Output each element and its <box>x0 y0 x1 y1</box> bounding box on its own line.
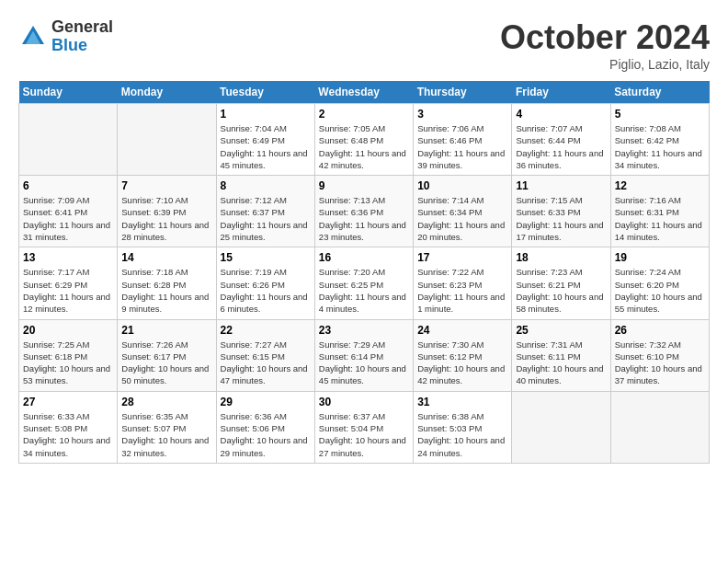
month-title: October 2024 <box>500 18 710 57</box>
calendar-cell: 29Sunrise: 6:36 AMSunset: 5:06 PMDayligh… <box>216 391 314 463</box>
day-info: Sunrise: 7:23 AMSunset: 6:21 PMDaylight:… <box>516 266 606 315</box>
day-number: 19 <box>615 251 705 264</box>
calendar-cell <box>19 104 118 176</box>
day-number: 7 <box>121 179 211 192</box>
day-info: Sunrise: 7:08 AMSunset: 6:42 PMDaylight:… <box>615 122 705 171</box>
day-number: 21 <box>121 324 211 337</box>
calendar-cell: 1Sunrise: 7:04 AMSunset: 6:49 PMDaylight… <box>216 104 314 176</box>
day-number: 13 <box>23 251 113 264</box>
day-number: 17 <box>417 251 507 264</box>
calendar-cell: 11Sunrise: 7:15 AMSunset: 6:33 PMDayligh… <box>512 176 610 247</box>
day-number: 23 <box>319 324 409 337</box>
calendar-cell: 24Sunrise: 7:30 AMSunset: 6:12 PMDayligh… <box>414 319 512 391</box>
calendar-cell: 31Sunrise: 6:38 AMSunset: 5:03 PMDayligh… <box>414 391 512 463</box>
day-info: Sunrise: 7:16 AMSunset: 6:31 PMDaylight:… <box>615 194 705 243</box>
day-info: Sunrise: 7:13 AMSunset: 6:36 PMDaylight:… <box>319 194 409 243</box>
day-number: 30 <box>319 396 409 408</box>
day-number: 27 <box>23 396 113 408</box>
calendar-week-row: 13Sunrise: 7:17 AMSunset: 6:29 PMDayligh… <box>19 247 710 319</box>
weekday-header: Monday <box>118 81 216 104</box>
calendar-cell: 30Sunrise: 6:37 AMSunset: 5:04 PMDayligh… <box>314 391 413 463</box>
logo-blue-text: Blue <box>51 36 87 54</box>
weekday-header: Sunday <box>19 81 118 104</box>
calendar-cell: 12Sunrise: 7:16 AMSunset: 6:31 PMDayligh… <box>610 176 709 247</box>
logo-general-text: General <box>51 17 113 36</box>
day-info: Sunrise: 7:10 AMSunset: 6:39 PMDaylight:… <box>121 194 211 243</box>
day-info: Sunrise: 6:37 AMSunset: 5:04 PMDaylight:… <box>319 410 409 459</box>
day-info: Sunrise: 7:29 AMSunset: 6:14 PMDaylight:… <box>319 339 409 387</box>
calendar-cell: 20Sunrise: 7:25 AMSunset: 6:18 PMDayligh… <box>19 319 118 391</box>
calendar-cell: 9Sunrise: 7:13 AMSunset: 6:36 PMDaylight… <box>314 176 413 247</box>
calendar-week-row: 1Sunrise: 7:04 AMSunset: 6:49 PMDaylight… <box>19 104 710 176</box>
calendar-cell: 17Sunrise: 7:22 AMSunset: 6:23 PMDayligh… <box>414 247 512 319</box>
weekday-header: Saturday <box>610 81 709 104</box>
calendar-cell: 15Sunrise: 7:19 AMSunset: 6:26 PMDayligh… <box>216 247 314 319</box>
calendar-cell: 22Sunrise: 7:27 AMSunset: 6:15 PMDayligh… <box>216 319 314 391</box>
day-number: 24 <box>417 324 507 337</box>
day-info: Sunrise: 7:07 AMSunset: 6:44 PMDaylight:… <box>516 122 606 171</box>
calendar-cell: 23Sunrise: 7:29 AMSunset: 6:14 PMDayligh… <box>314 319 413 391</box>
day-info: Sunrise: 7:30 AMSunset: 6:12 PMDaylight:… <box>417 339 507 387</box>
day-info: Sunrise: 7:24 AMSunset: 6:20 PMDaylight:… <box>615 266 705 315</box>
day-number: 8 <box>221 179 311 192</box>
day-number: 2 <box>319 108 409 121</box>
day-info: Sunrise: 7:19 AMSunset: 6:26 PMDaylight:… <box>221 266 311 315</box>
day-number: 25 <box>516 324 606 337</box>
day-number: 9 <box>319 179 409 192</box>
day-info: Sunrise: 7:26 AMSunset: 6:17 PMDaylight:… <box>121 339 211 387</box>
day-info: Sunrise: 6:33 AMSunset: 5:08 PMDaylight:… <box>23 410 113 459</box>
calendar-cell: 14Sunrise: 7:18 AMSunset: 6:28 PMDayligh… <box>118 247 216 319</box>
calendar-cell: 3Sunrise: 7:06 AMSunset: 6:46 PMDaylight… <box>414 104 512 176</box>
day-number: 16 <box>319 251 409 264</box>
calendar-cell: 28Sunrise: 6:35 AMSunset: 5:07 PMDayligh… <box>118 391 216 463</box>
title-block: October 2024 Piglio, Lazio, Italy <box>500 18 710 72</box>
day-info: Sunrise: 6:36 AMSunset: 5:06 PMDaylight:… <box>221 410 311 459</box>
logo-icon <box>18 22 48 52</box>
calendar-cell <box>118 104 216 176</box>
weekday-header-row: SundayMondayTuesdayWednesdayThursdayFrid… <box>19 81 710 104</box>
calendar-cell: 16Sunrise: 7:20 AMSunset: 6:25 PMDayligh… <box>314 247 413 319</box>
calendar-cell: 7Sunrise: 7:10 AMSunset: 6:39 PMDaylight… <box>118 176 216 247</box>
day-number: 14 <box>121 251 211 264</box>
weekday-header: Friday <box>512 81 610 104</box>
day-number: 26 <box>615 324 705 337</box>
day-number: 31 <box>417 396 507 408</box>
day-number: 3 <box>417 108 507 121</box>
location: Piglio, Lazio, Italy <box>500 57 710 72</box>
calendar-week-row: 20Sunrise: 7:25 AMSunset: 6:18 PMDayligh… <box>19 319 710 391</box>
calendar-cell: 25Sunrise: 7:31 AMSunset: 6:11 PMDayligh… <box>512 319 610 391</box>
day-info: Sunrise: 7:04 AMSunset: 6:49 PMDaylight:… <box>221 122 311 171</box>
weekday-header: Wednesday <box>314 81 413 104</box>
day-info: Sunrise: 7:17 AMSunset: 6:29 PMDaylight:… <box>23 266 113 315</box>
calendar-cell: 8Sunrise: 7:12 AMSunset: 6:37 PMDaylight… <box>216 176 314 247</box>
day-info: Sunrise: 6:38 AMSunset: 5:03 PMDaylight:… <box>417 410 507 459</box>
calendar-table: SundayMondayTuesdayWednesdayThursdayFrid… <box>18 81 710 464</box>
day-number: 11 <box>516 179 606 192</box>
day-info: Sunrise: 7:09 AMSunset: 6:41 PMDaylight:… <box>23 194 113 243</box>
day-info: Sunrise: 7:06 AMSunset: 6:46 PMDaylight:… <box>417 122 507 171</box>
day-number: 20 <box>23 324 113 337</box>
calendar-cell: 27Sunrise: 6:33 AMSunset: 5:08 PMDayligh… <box>19 391 118 463</box>
day-number: 10 <box>417 179 507 192</box>
day-number: 12 <box>615 179 705 192</box>
calendar-cell: 26Sunrise: 7:32 AMSunset: 6:10 PMDayligh… <box>610 319 709 391</box>
day-number: 18 <box>516 251 606 264</box>
day-number: 22 <box>221 324 311 337</box>
day-info: Sunrise: 7:18 AMSunset: 6:28 PMDaylight:… <box>121 266 211 315</box>
day-number: 29 <box>221 396 311 408</box>
calendar-cell <box>512 391 610 463</box>
day-info: Sunrise: 7:27 AMSunset: 6:15 PMDaylight:… <box>221 339 311 387</box>
day-info: Sunrise: 7:31 AMSunset: 6:11 PMDaylight:… <box>516 339 606 387</box>
calendar-cell: 13Sunrise: 7:17 AMSunset: 6:29 PMDayligh… <box>19 247 118 319</box>
day-info: Sunrise: 7:32 AMSunset: 6:10 PMDaylight:… <box>615 339 705 387</box>
day-info: Sunrise: 7:22 AMSunset: 6:23 PMDaylight:… <box>417 266 507 315</box>
calendar-cell: 6Sunrise: 7:09 AMSunset: 6:41 PMDaylight… <box>19 176 118 247</box>
calendar-cell <box>610 391 709 463</box>
day-info: Sunrise: 7:20 AMSunset: 6:25 PMDaylight:… <box>319 266 409 315</box>
weekday-header: Thursday <box>414 81 512 104</box>
weekday-header: Tuesday <box>216 81 314 104</box>
calendar-week-row: 27Sunrise: 6:33 AMSunset: 5:08 PMDayligh… <box>19 391 710 463</box>
calendar-cell: 10Sunrise: 7:14 AMSunset: 6:34 PMDayligh… <box>414 176 512 247</box>
day-info: Sunrise: 7:25 AMSunset: 6:18 PMDaylight:… <box>23 339 113 387</box>
calendar-cell: 4Sunrise: 7:07 AMSunset: 6:44 PMDaylight… <box>512 104 610 176</box>
